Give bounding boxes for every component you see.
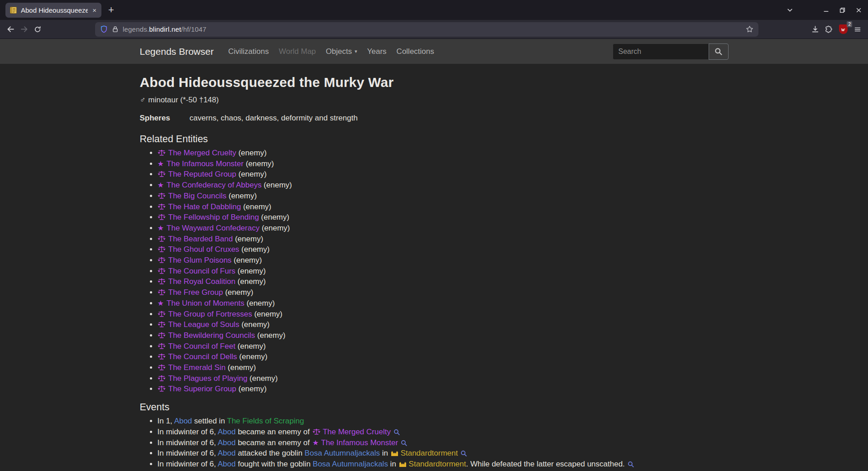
back-button[interactable] xyxy=(4,23,17,36)
restore-button[interactable] xyxy=(835,3,849,17)
event-link[interactable]: The Fields of Scraping xyxy=(227,417,304,425)
window-controls xyxy=(819,3,865,17)
related-entity-item: The Glum Poisons (enemy) xyxy=(158,255,729,266)
entity-relation: (enemy) xyxy=(252,310,283,318)
related-entity-item: The Free Group (enemy) xyxy=(158,287,729,298)
minimize-button[interactable] xyxy=(819,3,833,17)
event-link[interactable]: The Infamous Monster xyxy=(321,438,398,447)
subtitle-text: minotaur (*-50 †148) xyxy=(148,96,219,104)
entity-link[interactable]: The Merged Cruelty xyxy=(168,149,236,157)
entity-link[interactable]: The Council of Furs xyxy=(168,267,235,275)
scales-icon xyxy=(158,202,166,211)
nav-item-objects[interactable]: Objects▾ xyxy=(321,47,362,56)
browser-tab[interactable]: Abod Hideoussqueezed the × xyxy=(5,3,101,18)
nav-item-collections[interactable]: Collections xyxy=(392,47,439,56)
entity-link[interactable]: The Plagues of Playing xyxy=(168,374,248,383)
event-link[interactable]: Abod xyxy=(218,460,236,468)
nav-links: CivilizationsWorld MapObjects▾YearsColle… xyxy=(224,47,440,56)
related-entity-item: ★The Wayward Confederacy (enemy) xyxy=(158,223,729,234)
event-link[interactable]: Bosa Autumnaljackals xyxy=(305,449,380,457)
tab-close-button[interactable]: × xyxy=(91,6,97,14)
nav-item-years[interactable]: Years xyxy=(363,47,391,56)
bookmark-star-icon[interactable] xyxy=(746,25,753,33)
entity-relation: (enemy) xyxy=(236,149,267,157)
event-item: In midwinter of 6, Abod fought with the … xyxy=(158,459,729,470)
entity-link[interactable]: The Ghoul of Cruxes xyxy=(168,245,240,254)
search-icon[interactable] xyxy=(393,428,400,436)
entity-relation: (enemy) xyxy=(259,224,290,232)
spheres-value: caverns, chaos, darkness, deformity and … xyxy=(190,114,358,123)
entity-link[interactable]: The Confederacy of Abbeys xyxy=(167,181,262,189)
entity-link[interactable]: The League of Souls xyxy=(168,320,240,329)
url-bar[interactable]: legends.blindirl.net/hf/1047 xyxy=(95,22,758,37)
spheres-row: Spheres caverns, chaos, darkness, deform… xyxy=(140,114,729,123)
page-title: Abod Hideoussqueezed the Murky War xyxy=(140,75,729,90)
entity-link[interactable]: The Council of Feet xyxy=(168,342,235,351)
scales-icon xyxy=(158,363,166,372)
extensions-puzzle-button[interactable] xyxy=(822,23,835,36)
entity-link[interactable]: The Glum Poisons xyxy=(168,256,232,264)
url-subdomain: legends. xyxy=(123,25,149,33)
url-text: legends.blindirl.net/hf/1047 xyxy=(123,25,206,33)
close-window-button[interactable] xyxy=(852,3,865,17)
event-link[interactable]: The Merged Cruelty xyxy=(323,428,391,436)
event-item: In midwinter of 6, Abod attacked the gob… xyxy=(158,448,729,459)
entity-link[interactable]: The Bewildering Councils xyxy=(168,331,255,340)
nav-item-label: Collections xyxy=(397,47,434,56)
entity-link[interactable]: The Free Group xyxy=(168,288,223,297)
search-group xyxy=(613,43,729,60)
nav-item-label: World Map xyxy=(279,47,316,56)
event-text: in xyxy=(380,449,390,457)
event-link[interactable]: Abod xyxy=(218,428,236,436)
tracking-protection-shield-icon[interactable] xyxy=(100,25,108,33)
related-entity-item: ★The Confederacy of Abbeys (enemy) xyxy=(158,180,729,191)
entity-link[interactable]: The Reputed Group xyxy=(168,170,236,178)
search-button[interactable] xyxy=(709,43,729,60)
event-text: In 1, xyxy=(158,417,174,425)
entity-link[interactable]: The Emerald Sin xyxy=(168,363,226,372)
entity-link[interactable]: The Royal Coalition xyxy=(168,277,235,286)
entity-link[interactable]: The Superior Group xyxy=(168,384,236,393)
entity-link[interactable]: The Big Councils xyxy=(168,192,227,200)
entity-link[interactable]: The Group of Fortresses xyxy=(168,310,252,318)
scales-icon xyxy=(158,277,166,286)
event-link[interactable]: Abod xyxy=(218,438,236,447)
entity-relation: (enemy) xyxy=(231,256,262,264)
brand-link[interactable]: Legends Browser xyxy=(140,46,214,57)
search-icon[interactable] xyxy=(460,449,467,457)
scales-icon xyxy=(158,256,166,264)
entity-link[interactable]: The Hate of Dabbling xyxy=(168,202,241,211)
search-icon[interactable] xyxy=(401,438,407,447)
event-link[interactable]: Standardtorment xyxy=(409,460,466,468)
entity-link[interactable]: The Bearded Band xyxy=(168,235,233,243)
entity-link[interactable]: The Council of Dells xyxy=(168,352,237,361)
event-link[interactable]: Standardtorment xyxy=(401,449,458,457)
list-tabs-chevron-button[interactable] xyxy=(783,3,796,17)
adblock-extension-button[interactable]: w 2 xyxy=(836,23,850,36)
scales-icon xyxy=(158,310,166,318)
downloads-button[interactable] xyxy=(808,23,822,36)
menu-hamburger-button[interactable] xyxy=(851,23,864,36)
male-symbol: ♂ xyxy=(140,96,146,104)
event-text: . While defeated the latter escaped unsc… xyxy=(466,460,625,468)
entity-link[interactable]: The Infamous Monster xyxy=(167,159,244,168)
event-text: In midwinter of 6, xyxy=(158,460,218,468)
entity-link[interactable]: The Wayward Confederacy xyxy=(167,224,259,232)
entity-relation: (enemy) xyxy=(235,267,266,275)
entity-relation: (enemy) xyxy=(236,170,267,178)
search-input[interactable] xyxy=(613,43,709,60)
nav-item-civilizations[interactable]: Civilizations xyxy=(224,47,273,56)
event-link[interactable]: Bosa Autumnaljackals xyxy=(313,460,388,468)
nav-item-world-map[interactable]: World Map xyxy=(274,47,321,56)
entity-link[interactable]: The Fellowship of Bending xyxy=(168,213,259,221)
entity-link[interactable]: The Union of Moments xyxy=(167,299,245,308)
event-link[interactable]: Abod xyxy=(218,449,236,457)
event-text: became an enemy of xyxy=(235,438,312,447)
search-icon[interactable] xyxy=(628,460,634,468)
reload-button[interactable] xyxy=(31,23,44,36)
new-tab-button[interactable]: + xyxy=(108,4,114,16)
castle-icon xyxy=(391,449,398,457)
event-link[interactable]: Abod xyxy=(174,417,192,425)
forward-button[interactable] xyxy=(17,23,31,36)
scales-icon xyxy=(158,352,166,361)
